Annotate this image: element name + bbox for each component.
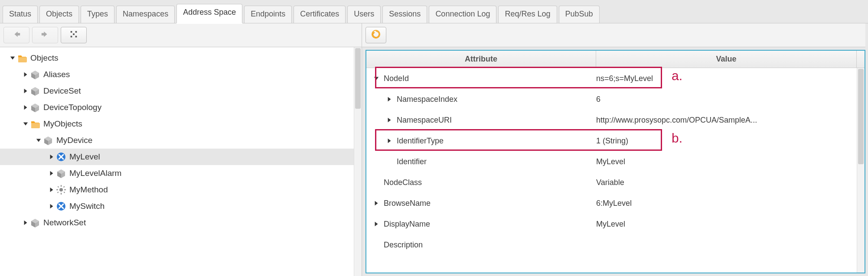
tree-node-devicetopology[interactable]: DeviceTopology (0, 99, 354, 116)
chevron-right-icon[interactable] (22, 71, 29, 78)
tree-node-myobjects[interactable]: MyObjects (0, 116, 354, 132)
gear-icon (56, 185, 66, 195)
attribute-scrollbar[interactable] (857, 68, 865, 273)
attr-name: NamespaceURI (397, 116, 452, 125)
chevron-right-icon[interactable] (372, 220, 380, 228)
chevron-down-icon[interactable] (372, 75, 380, 82)
tab-strip: StatusObjectsTypesNamespacesAddress Spac… (0, 0, 868, 23)
cube-icon (56, 169, 66, 178)
attr-name-cell: NamespaceURI (366, 116, 596, 125)
tab-objects[interactable]: Objects (39, 6, 79, 23)
attr-row-description[interactable]: Description (366, 234, 857, 255)
attr-row-identifiertype[interactable]: IdentifierType1 (String) (366, 130, 857, 151)
address-space-tree[interactable]: ObjectsAliasesDeviceSetDeviceTopologyMyO… (0, 47, 354, 276)
attr-value: 6 (596, 95, 600, 104)
attr-name: Description (384, 240, 423, 250)
tree-node-label: DeviceSet (43, 86, 81, 96)
attr-value-cell: 6:MyLevel (596, 199, 857, 208)
cube-icon (30, 218, 40, 227)
attr-name: NamespaceIndex (397, 95, 457, 104)
tree-node-objects[interactable]: Objects (0, 50, 354, 66)
tree-scroll-thumb[interactable] (355, 48, 361, 109)
attr-value-cell: 1 (String) (596, 136, 857, 146)
nav-forward-button[interactable] (32, 27, 58, 43)
chevron-right-icon[interactable] (22, 87, 29, 95)
tree-node-myswitch[interactable]: MySwitch (0, 198, 354, 214)
tree-node-label: NetworkSet (43, 218, 86, 227)
tree-container: ObjectsAliasesDeviceSetDeviceTopologyMyO… (0, 47, 362, 276)
chevron-right-icon[interactable] (48, 202, 55, 210)
attr-row-identifier[interactable]: IdentifierMyLevel (366, 151, 857, 172)
attr-name-cell: Description (366, 240, 596, 250)
attr-row-namespaceindex[interactable]: NamespaceIndex6 (366, 89, 857, 110)
folder-icon (30, 119, 40, 129)
chevron-right-icon[interactable] (385, 116, 393, 124)
chevron-right-icon[interactable] (48, 153, 55, 161)
attr-row-nodeclass[interactable]: NodeClassVariable (366, 172, 857, 193)
attr-name: Identifier (397, 157, 427, 166)
nav-back-button[interactable] (3, 27, 29, 43)
chevron-right-icon[interactable] (48, 186, 55, 194)
attr-name-cell: Identifier (366, 157, 596, 166)
cube-icon (30, 70, 40, 79)
chevron-down-icon[interactable] (22, 120, 29, 128)
tree-node-label: MyObjects (43, 119, 82, 129)
focus-button[interactable] (61, 27, 87, 43)
tab-address-space[interactable]: Address Space (176, 4, 242, 23)
tree-node-networkset[interactable]: NetworkSet (0, 214, 354, 231)
tree-node-deviceset[interactable]: DeviceSet (0, 83, 354, 99)
chevron-down-icon[interactable] (35, 136, 42, 144)
tree-node-mylevelalarm[interactable]: MyLevelAlarm (0, 165, 354, 182)
attr-value-cell: ns=6;s=MyLevel (596, 74, 857, 83)
attr-name-cell: NodeClass (366, 178, 596, 187)
attr-row-browsename[interactable]: BrowseName6:MyLevel (366, 193, 857, 214)
chevron-right-icon[interactable] (22, 104, 29, 111)
tab-sessions[interactable]: Sessions (382, 6, 427, 23)
attr-name-cell: BrowseName (366, 199, 596, 208)
chevron-right-icon[interactable] (385, 137, 393, 145)
attr-row-displayname[interactable]: DisplayNameMyLevel (366, 214, 857, 234)
chevron-right-icon[interactable] (385, 95, 393, 103)
attr-value: ns=6;s=MyLevel (596, 74, 653, 83)
chevron-right-icon[interactable] (48, 169, 55, 177)
tab-endpoints[interactable]: Endpoints (244, 6, 292, 23)
tab-namespaces[interactable]: Namespaces (116, 6, 175, 23)
attr-name-cell: DisplayName (366, 220, 596, 229)
attr-name-cell: IdentifierType (366, 136, 596, 146)
tab-pubsub[interactable]: PubSub (559, 6, 600, 23)
chevron-right-icon[interactable] (372, 199, 380, 207)
tab-status[interactable]: Status (3, 6, 38, 23)
tab-users[interactable]: Users (347, 6, 381, 23)
refresh-button[interactable] (365, 27, 386, 43)
chevron-right-icon[interactable] (22, 219, 29, 227)
folder-icon (17, 53, 27, 63)
tab-connection-log[interactable]: Connection Log (429, 6, 496, 23)
attr-value: 1 (String) (596, 136, 628, 146)
tree-node-mydevice[interactable]: MyDevice (0, 132, 354, 149)
tree-node-aliases[interactable]: Aliases (0, 66, 354, 83)
attribute-rows[interactable]: NodeIdns=6;s=MyLevelNamespaceIndex6Names… (366, 68, 857, 273)
tree-scrollbar[interactable] (354, 47, 362, 276)
tree-node-mymethod[interactable]: MyMethod (0, 182, 354, 198)
attr-value-cell: 6 (596, 95, 857, 104)
attr-name-cell: NamespaceIndex (366, 95, 596, 104)
chevron-down-icon[interactable] (9, 54, 16, 62)
tree-node-label: MyLevelAlarm (69, 169, 121, 178)
tree-node-mylevel[interactable]: MyLevel (0, 149, 354, 165)
header-scroll-spacer (857, 51, 865, 68)
tab-types[interactable]: Types (81, 6, 114, 23)
attr-row-namespaceuri[interactable]: NamespaceURIhttp://www.prosysopc.com/OPC… (366, 110, 857, 130)
tab-req-res-log[interactable]: Req/Res Log (498, 6, 557, 23)
attribute-panel: Attribute Value NodeIdns=6;s=MyLevelName… (365, 50, 865, 273)
tab-certificates[interactable]: Certificates (294, 6, 346, 23)
attribute-scroll-thumb[interactable] (858, 69, 864, 164)
attr-value-cell: Variable (596, 178, 857, 187)
header-attribute[interactable]: Attribute (366, 51, 596, 68)
header-value[interactable]: Value (596, 51, 857, 68)
cube-icon (30, 86, 40, 96)
focus-icon (69, 30, 78, 41)
right-toolbar (362, 23, 865, 47)
attr-row-nodeid[interactable]: NodeIdns=6;s=MyLevel (366, 68, 857, 89)
tree-node-label: DeviceTopology (43, 103, 101, 112)
attr-value-cell: MyLevel (596, 220, 857, 229)
